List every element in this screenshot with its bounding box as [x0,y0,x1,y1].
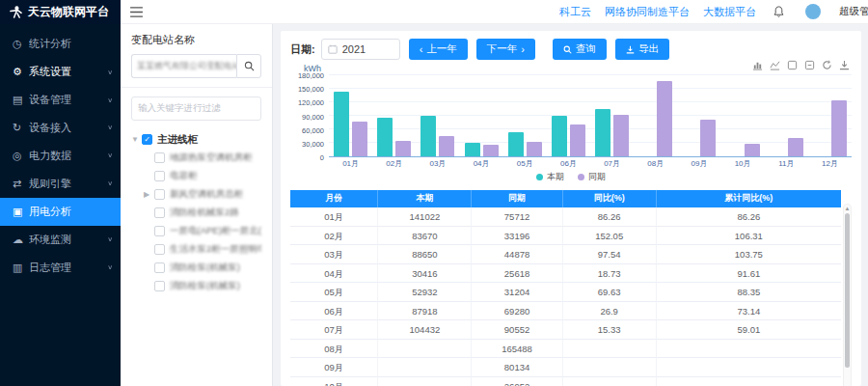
legend-dot-icon [536,174,543,180]
table-cell: 104432 [378,320,472,340]
tree-child-label[interactable]: 消防栓机械泵2路 [170,207,239,219]
x-tick-label: 08月 [634,158,677,169]
tree-child-row[interactable]: 地源热泵空调机房柜 [131,149,261,167]
tree-child-row[interactable]: 一层电(APE)柜一层北(APE)主 [131,222,261,240]
tree-child-row[interactable]: 消防栓泵(机械泵) [131,277,261,295]
chevron-right-icon: › [521,43,525,55]
checkbox-unchecked[interactable] [154,226,165,236]
chevron-down-icon: ∨ [107,264,113,271]
table-cell: 83670 [378,227,472,246]
station-search-button[interactable] [236,54,261,78]
tree-child-label[interactable]: 地源热泵空调机房柜 [170,152,253,164]
bar-同期-08月 [657,81,672,156]
restore-box-icon[interactable] [804,60,815,70]
topbar: 天云物联网平台 科工云 网络协同制造平台 大数据平台 超级管理员 [0,0,868,24]
tree-child-label[interactable]: 生活水泵2柜一层照明电泵 [170,243,261,256]
tree-child-row[interactable]: 电容柜 [131,167,261,185]
sidebar-item-stats[interactable]: ◷统计分析 [0,30,121,58]
app-logo: 天云物联网平台 [0,0,121,24]
table-body: 01月1410227571286.2686.2602月8367033196152… [290,207,841,386]
link-kegongyun[interactable]: 科工云 [559,5,591,19]
query-button[interactable]: 查询 [553,39,607,60]
data-view-icon[interactable] [787,60,798,70]
tree-child-label[interactable]: 消防栓泵(机械泵) [170,280,240,292]
x-tick-label: 11月 [765,158,808,169]
link-network-platform[interactable]: 网络协同制造平台 [605,5,690,19]
username-label[interactable]: 超级管理员 [839,5,868,18]
checkbox-unchecked[interactable] [154,244,165,255]
bar-chart-icon[interactable] [752,60,763,70]
chart-toolbox [752,60,850,70]
tree-child-label[interactable]: 消防栓泵(机械泵) [170,262,240,274]
tree-parent-label[interactable]: 主进线柜 [157,133,198,147]
tree-child-label[interactable]: 电容柜 [170,170,198,182]
bar-同期-09月 [700,120,716,156]
legend-item-同期[interactable]: 同期 [578,171,606,183]
refresh-icon[interactable] [822,60,832,70]
x-axis-labels: 01月02月03月04月05月06月07月08月09月10月11月12月 [329,157,852,170]
sidebar-item-rule-engine[interactable]: ⇄规则引擎∨ [0,170,121,198]
scrollbar-thumb[interactable] [845,213,850,368]
notification-bell-icon[interactable] [773,6,784,17]
table-cell: 52932 [378,283,472,302]
tree-child-row[interactable]: 消防栓泵(机械泵) [131,259,261,277]
table-cell [563,340,657,359]
download-icon[interactable] [839,60,850,70]
tree-child-label[interactable]: 一层电(APE)柜一层北(APE)主 [170,225,261,237]
link-bigdata-platform[interactable]: 大数据平台 [703,5,756,19]
table-scrollbar[interactable]: ▲ [843,204,852,386]
checkbox-unchecked[interactable] [154,262,165,273]
y-tick-label: 60,000 [302,125,324,134]
checkbox-checked[interactable]: ✓ [142,134,152,145]
sidebar-item-power-analysis[interactable]: ▣用电分析 [0,198,121,226]
legend-item-本期[interactable]: 本期 [536,171,564,183]
sidebar-item-log-manage[interactable]: ▥日志管理∨ [0,254,121,282]
bar-同期-07月 [613,115,629,156]
tree-child-row[interactable]: 消防栓机械泵2路 [131,204,261,222]
bar-group-02月 [372,75,416,156]
sidebar-item-env-monitor[interactable]: ☁环境监测∨ [0,226,121,254]
year-picker-input[interactable]: 2021 [321,39,400,60]
env-monitor-icon: ☁ [13,234,29,246]
caret-right-icon[interactable]: ▶ [144,190,154,199]
checkbox-unchecked[interactable] [154,171,165,181]
tree-child-row[interactable]: ▶新风空调机房总柜 [131,185,261,204]
sidebar-item-settings[interactable]: ⚙系统设置∨ [0,58,121,86]
tree-parent-row[interactable]: ▼ ✓ 主进线柜 [131,130,261,149]
top-links: 科工云 网络协同制造平台 大数据平台 超级管理员 [559,4,868,19]
export-button[interactable]: 导出 [615,39,669,60]
prev-year-button[interactable]: ‹ 上一年 [409,39,468,60]
table-cell [657,358,841,377]
sidebar-item-device-access[interactable]: ↻设备接入∨ [0,114,121,142]
sidebar-item-label: 电力数据 [29,149,107,163]
checkbox-unchecked[interactable] [154,281,165,291]
next-year-button[interactable]: 下一年 › [476,39,535,60]
bar-group-12月 [808,75,852,156]
station-search-input[interactable]: 某某燃气有限公司变配电站 [131,54,236,78]
scroll-up-icon[interactable]: ▲ [844,205,851,212]
table-cell: 86.26 [657,207,841,227]
user-avatar[interactable] [805,4,821,19]
sidebar-item-power-data[interactable]: ◎电力数据∨ [0,142,121,170]
checkbox-unchecked[interactable] [154,207,165,218]
y-tick-label: 0 [320,153,324,162]
table-cell [378,377,472,386]
sidebar-item-label: 设备接入 [29,121,107,135]
tree-child-row[interactable]: 生活水泵2柜一层照明电泵 [131,240,261,259]
line-chart-icon[interactable] [770,60,780,70]
energy-bar-chart: kWh 030,00060,00090,000120,000150,000180… [290,64,852,183]
caret-down-icon[interactable]: ▼ [131,135,142,144]
bar-group-06月 [547,75,590,156]
checkbox-unchecked[interactable] [154,152,165,163]
settings-icon: ⚙ [13,66,29,78]
sidebar-item-device-manage[interactable]: ▤设备管理∨ [0,86,121,114]
tree-child-label[interactable]: 新风空调机房总柜 [170,188,243,201]
table-cell: 165488 [472,340,562,359]
bar-同期-06月 [570,124,585,156]
tree-filter-input[interactable]: 输入关键字进行过滤 [131,96,261,121]
table-cell [563,377,657,386]
table-cell: 25618 [472,264,562,284]
checkbox-unchecked[interactable] [154,189,165,200]
menu-fold-icon[interactable] [130,7,143,17]
bar-group-10月 [721,75,765,156]
